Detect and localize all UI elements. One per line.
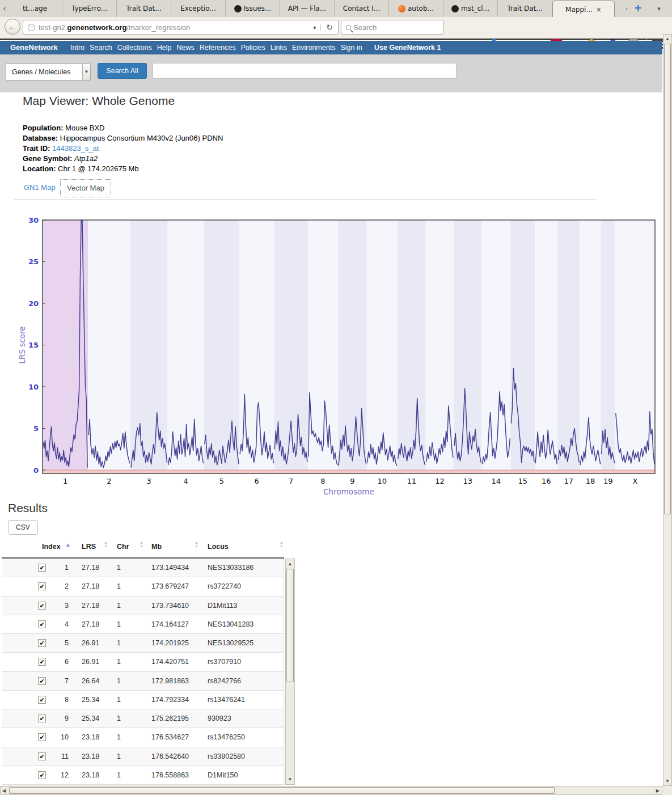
row-checkbox[interactable]: ✔	[38, 564, 46, 572]
cell-chr: 1	[117, 733, 121, 741]
url-text: test-gn2.genenetwork.org/marker_regressi…	[39, 23, 190, 32]
browser-tab[interactable]: TypeErro...	[62, 0, 117, 17]
row-checkbox[interactable]: ✔	[38, 696, 46, 704]
tab-gn1-map[interactable]: GN1 Map	[24, 183, 56, 192]
browser-tab[interactable]: Exceptio...	[171, 0, 226, 17]
navbar-link-sign-in[interactable]: Sign in	[340, 41, 362, 54]
tab-scroll-right-icon[interactable]: ›	[623, 4, 631, 14]
column-header-index[interactable]: Index	[42, 543, 61, 551]
scroll-left-icon[interactable]: ◀	[2, 788, 6, 793]
scroll-up-icon[interactable]: ▲	[663, 36, 671, 41]
search-all-button[interactable]: Search All	[98, 63, 147, 79]
table-scroll-down-icon[interactable]: ▼	[286, 777, 294, 782]
table-row: ✔1223.181176.558863D1Mit150	[2, 766, 284, 785]
horizontal-scrollbar-thumb[interactable]	[9, 787, 555, 794]
cell-index: 9	[47, 714, 69, 722]
page-title: Map Viewer: Whole Genome	[23, 94, 175, 108]
y-tick-label: 10	[28, 383, 39, 391]
genenetwork-brand[interactable]: GeneNetwork	[10, 41, 58, 54]
row-checkbox[interactable]: ✔	[38, 677, 46, 685]
row-checkbox[interactable]: ✔	[38, 582, 46, 590]
row-checkbox[interactable]: ✔	[38, 602, 46, 610]
cell-mb: 176.542640	[151, 752, 189, 760]
browser-tab[interactable]: Trait Dat...	[117, 0, 171, 17]
tab-scroll-left-icon[interactable]: ‹	[1, 3, 9, 14]
row-checkbox[interactable]: ✔	[38, 658, 46, 666]
table-scrollbar-thumb[interactable]	[286, 569, 294, 682]
sort-icon[interactable]: ▲▼	[140, 540, 143, 548]
table-scrollbar[interactable]: ▲ ▼	[285, 559, 295, 785]
column-header-locus[interactable]: Locus	[208, 543, 229, 551]
meta-label: Database:	[23, 134, 60, 142]
global-search-input[interactable]	[153, 63, 457, 79]
column-header-chr[interactable]: Chr	[117, 543, 129, 551]
cell-chr: 1	[117, 564, 121, 572]
back-button[interactable]: ←	[5, 19, 20, 35]
tab-list-dropdown-icon[interactable]: ▾	[655, 4, 663, 14]
table-row: ✔825.341174.792334rs13476241	[2, 691, 284, 709]
scroll-down-icon[interactable]: ▼	[663, 779, 671, 784]
row-checkbox[interactable]: ✔	[38, 639, 46, 647]
tab-vector-map[interactable]: Vector Map	[60, 179, 111, 197]
navbar-link-intro[interactable]: Intro	[70, 41, 84, 54]
csv-export-button[interactable]: CSV	[8, 520, 38, 535]
row-checkbox[interactable]: ✔	[38, 714, 46, 722]
chromosome-band-2	[88, 220, 130, 473]
browser-tab[interactable]: Contact I...	[335, 0, 389, 17]
sort-asc-icon[interactable]: ▲	[65, 542, 71, 548]
row-checkbox[interactable]: ✔	[38, 771, 46, 779]
browser-tab[interactable]: Trait Dat...	[498, 0, 552, 17]
x-tick-label: 3	[147, 477, 151, 485]
navbar-link-environments[interactable]: Environments	[292, 41, 335, 54]
cell-locus: rs13476250	[208, 733, 245, 741]
navbar-link-links[interactable]: Links	[271, 41, 287, 54]
table-row: ✔327.181173.734610D1Mit113	[2, 597, 284, 615]
navbar-link-collections[interactable]: Collections	[117, 41, 152, 54]
vertical-scrollbar-thumb[interactable]	[664, 44, 671, 514]
sort-icon[interactable]: ▲▼	[280, 540, 284, 548]
reload-icon[interactable]: ↻	[321, 23, 338, 32]
browser-search-field[interactable]: Search	[341, 20, 444, 35]
table-row: ✔626.911174.420751rs3707910	[2, 653, 284, 671]
navbar-link-policies[interactable]: Policies	[241, 41, 265, 54]
global-search-strip: Genes / Molecules ▼ Search All	[0, 54, 662, 92]
y-tick-label: 30	[28, 216, 39, 225]
sort-icon[interactable]: ▲▼	[104, 540, 108, 548]
tab-close-icon[interactable]: ×	[596, 6, 602, 14]
navbar-link-help[interactable]: Help	[157, 41, 172, 54]
browser-tab[interactable]: autob...	[389, 0, 443, 17]
row-checkbox[interactable]: ✔	[38, 752, 46, 760]
search-category-select[interactable]: Genes / Molecules	[6, 64, 91, 81]
table-scroll-up-icon[interactable]: ▲	[286, 561, 294, 566]
new-tab-button[interactable]: +	[634, 2, 642, 14]
browser-tab[interactable]: API — Fla...	[280, 0, 335, 17]
table-row: ✔127.181173.149434NES13033186	[2, 559, 284, 577]
cell-lrs: 26.91	[82, 658, 99, 666]
row-checkbox[interactable]: ✔	[38, 733, 46, 741]
cell-mb: 174.201925	[151, 639, 189, 647]
navbar-link-search[interactable]: Search	[90, 41, 112, 54]
cell-index: 8	[47, 696, 69, 704]
browser-tab[interactable]: tt...age	[8, 0, 62, 17]
url-dropdown-icon[interactable]: ▾	[308, 24, 321, 31]
use-genenetwork1-link[interactable]: Use GeneNetwork 1	[374, 41, 441, 54]
site-identity-globe-icon[interactable]	[28, 24, 35, 31]
trait-id-link[interactable]: 1443823_s_at	[52, 144, 99, 153]
cell-lrs: 26.91	[82, 639, 99, 647]
x-tick-label: 4	[184, 477, 188, 485]
browser-tab[interactable]: Mappi...×	[552, 1, 615, 18]
cell-mb: 174.420751	[151, 658, 189, 666]
column-header-mb[interactable]: Mb	[151, 543, 162, 551]
window-vertical-scrollbar[interactable]: ▲ ▼	[663, 34, 672, 786]
column-header-lrs[interactable]: LRS	[82, 543, 96, 551]
navbar-link-news[interactable]: News	[176, 41, 194, 54]
browser-tab[interactable]: mst_cl...	[443, 0, 498, 17]
row-checkbox[interactable]: ✔	[38, 620, 46, 628]
sort-icon[interactable]: ▲▼	[195, 540, 198, 548]
navbar-link-references[interactable]: References	[200, 41, 236, 54]
window-horizontal-scrollbar[interactable]: ◀ ▶	[0, 786, 662, 795]
scroll-right-icon[interactable]: ▶	[656, 788, 660, 793]
browser-tab[interactable]: Issues...	[226, 0, 280, 17]
url-bar[interactable]: test-gn2.genenetwork.org/marker_regressi…	[23, 20, 339, 35]
select-dropdown-icon[interactable]: ▼	[82, 64, 90, 80]
